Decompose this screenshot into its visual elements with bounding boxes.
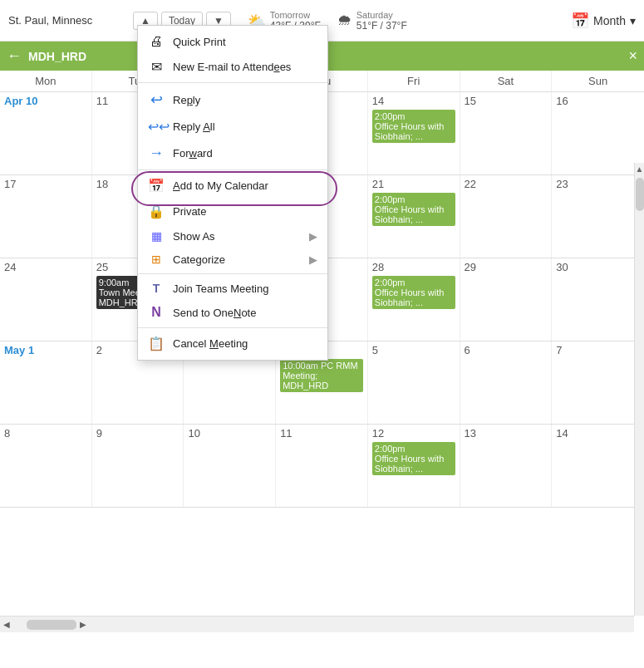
event[interactable]: 2:00pmOffice Hours with Siobhain; ... bbox=[372, 193, 455, 226]
private-item[interactable]: 🔒 Private bbox=[138, 199, 327, 224]
cell-date: 22 bbox=[465, 178, 548, 190]
cal-cell[interactable]: 17 bbox=[0, 175, 92, 258]
location-label: St. Paul, Minnesc bbox=[8, 14, 116, 27]
separator bbox=[138, 327, 327, 328]
cal-cell[interactable]: 7 bbox=[552, 341, 644, 424]
quick-print-item[interactable]: 🖨 Quick Print bbox=[138, 29, 327, 54]
context-menu: 🖨 Quick Print ✉ New E-mail to Attendees … bbox=[137, 25, 328, 361]
show-as-label: Show As bbox=[173, 230, 215, 243]
cancel-icon: 📋 bbox=[148, 336, 165, 351]
categorize-item[interactable]: ⊞ Categorize ▶ bbox=[138, 248, 327, 271]
send-onenote-item[interactable]: N Send to OneNote bbox=[138, 300, 327, 325]
h-scroll-thumb[interactable] bbox=[27, 620, 76, 630]
cal-cell[interactable]: 28 2:00pmOffice Hours with Siobhain; ... bbox=[368, 258, 460, 341]
scroll-right-arrow[interactable]: ▶ bbox=[80, 618, 86, 631]
cell-date: 14 bbox=[372, 95, 455, 107]
arrow-icon: ▶ bbox=[309, 230, 317, 243]
add-to-calendar-label: Add to My Calendar bbox=[173, 179, 268, 192]
new-email-label: New E-mail to Attendees bbox=[173, 61, 291, 73]
join-teams-label: Join Teams Meeting bbox=[173, 282, 268, 295]
calendar-title: MDH_HRD bbox=[28, 50, 86, 63]
cal-cell[interactable]: 14 bbox=[552, 425, 644, 507]
event[interactable]: 2:00pmOffice Hours with Siobhain; ... bbox=[372, 276, 455, 309]
cell-date: 17 bbox=[4, 178, 87, 190]
forward-label: Forward bbox=[173, 147, 213, 160]
cell-date: 28 bbox=[372, 261, 455, 273]
forward-item[interactable]: → Forward bbox=[138, 140, 327, 167]
scroll-thumb[interactable] bbox=[636, 178, 644, 211]
cal-cell[interactable]: 11 bbox=[276, 425, 368, 507]
cal-cell[interactable]: 12 2:00pmOffice Hours with Siobhain; ... bbox=[368, 425, 460, 507]
cal-cell[interactable]: 24 bbox=[0, 258, 92, 341]
cancel-meeting-label: Cancel Meeting bbox=[173, 337, 248, 350]
cal-cell[interactable]: 10 bbox=[184, 425, 276, 507]
teams-icon: T bbox=[148, 282, 165, 295]
cell-date: May 1 bbox=[4, 344, 87, 356]
event[interactable]: 2:00pmOffice Hours with Siobhain; ... bbox=[372, 442, 455, 475]
add-calendar-icon: 📅 bbox=[148, 178, 165, 194]
separator bbox=[138, 169, 327, 170]
cell-date: 13 bbox=[465, 427, 548, 440]
cal-cell[interactable]: 29 bbox=[460, 258, 553, 341]
show-as-icon: ▦ bbox=[148, 229, 165, 243]
cal-cell[interactable]: 6 bbox=[460, 341, 553, 424]
vertical-scrollbar[interactable]: ▲ bbox=[634, 163, 644, 616]
event[interactable]: 2:00pmOffice Hours with Siobhain; ... bbox=[372, 110, 455, 143]
day-header-sat: Sat bbox=[460, 71, 553, 91]
cell-date: 12 bbox=[372, 427, 455, 440]
cell-date: 5 bbox=[372, 344, 455, 356]
show-as-item[interactable]: ▦ Show As ▶ bbox=[138, 224, 327, 248]
cal-cell[interactable]: 13 bbox=[460, 425, 553, 507]
reply-item[interactable]: ↩ Reply bbox=[138, 86, 327, 114]
reply-all-item[interactable]: ↩↩ Reply All bbox=[138, 114, 327, 140]
categorize-label: Categorize bbox=[173, 253, 225, 266]
cal-cell[interactable]: 14 2:00pmOffice Hours with Siobhain; ... bbox=[368, 92, 460, 174]
horizontal-scrollbar[interactable]: ◀ ▶ bbox=[0, 616, 634, 632]
cal-cell[interactable]: Apr 10 bbox=[0, 92, 92, 174]
month-view-button[interactable]: 📅 Month ▾ bbox=[571, 12, 636, 30]
cal-cell[interactable]: 22 bbox=[460, 175, 553, 258]
month-label: Month bbox=[593, 14, 626, 27]
categorize-icon: ⊞ bbox=[148, 253, 165, 266]
cal-cell[interactable]: 8 bbox=[0, 425, 92, 507]
cell-date: Apr 10 bbox=[4, 95, 87, 107]
cell-date: 16 bbox=[556, 95, 640, 107]
cal-cell[interactable]: May 1 bbox=[0, 341, 92, 424]
cell-date: 14 bbox=[556, 427, 640, 440]
chevron-down-icon: ▾ bbox=[630, 14, 636, 27]
onenote-icon: N bbox=[148, 305, 165, 320]
add-to-calendar-item[interactable]: 📅 Add to My Calendar bbox=[138, 173, 327, 199]
cancel-meeting-item[interactable]: 📋 Cancel Meeting bbox=[138, 331, 327, 356]
arrow-icon: ▶ bbox=[309, 253, 317, 266]
cal-cell[interactable]: 16 bbox=[552, 92, 644, 174]
saturday-weather: 🌧 Saturday 51°F / 37°F bbox=[337, 10, 407, 32]
close-button[interactable]: × bbox=[628, 47, 637, 65]
back-button[interactable]: ← bbox=[7, 47, 22, 65]
cal-cell[interactable]: 9 bbox=[92, 425, 184, 507]
email-icon: ✉ bbox=[148, 59, 165, 75]
cal-cell[interactable]: 5 bbox=[368, 341, 460, 424]
reply-icon: ↩ bbox=[148, 91, 165, 109]
scroll-left-arrow[interactable]: ◀ bbox=[3, 618, 10, 631]
cal-cell[interactable]: 21 2:00pmOffice Hours with Siobhain; ... bbox=[368, 175, 460, 258]
cell-date: 10 bbox=[188, 427, 271, 440]
reply-all-label: Reply All bbox=[173, 120, 215, 133]
forward-icon: → bbox=[148, 145, 165, 162]
send-onenote-label: Send to OneNote bbox=[173, 307, 256, 319]
cal-cell[interactable]: 23 bbox=[552, 175, 644, 258]
private-label: Private bbox=[173, 205, 206, 218]
cell-date: 11 bbox=[280, 427, 363, 440]
day-header-fri: Fri bbox=[368, 71, 460, 91]
cal-cell[interactable]: 15 bbox=[460, 92, 553, 174]
new-email-item[interactable]: ✉ New E-mail to Attendees bbox=[138, 54, 327, 80]
join-teams-item[interactable]: T Join Teams Meeting bbox=[138, 277, 327, 300]
cal-cell[interactable]: 30 bbox=[552, 258, 644, 341]
event[interactable]: 10:00am PC RMM Meeting; MDH_HRD bbox=[280, 359, 363, 392]
tomorrow-label: Tomorrow bbox=[270, 10, 321, 20]
cell-date: 6 bbox=[465, 344, 548, 356]
scroll-up-arrow[interactable]: ▲ bbox=[635, 163, 644, 176]
calendar-icon: 📅 bbox=[571, 12, 589, 30]
reply-all-icon: ↩↩ bbox=[148, 119, 165, 135]
saturday-label: Saturday bbox=[356, 10, 407, 20]
day-header-sun: Sun bbox=[552, 71, 644, 91]
